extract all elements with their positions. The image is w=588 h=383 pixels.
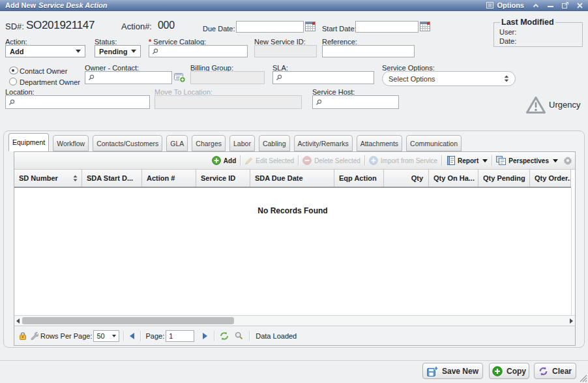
- tab-cabling[interactable]: Cabling: [259, 135, 290, 151]
- status-select[interactable]: Pending: [95, 45, 141, 57]
- action-select[interactable]: Add: [5, 45, 85, 57]
- add-button[interactable]: Add: [210, 156, 238, 165]
- service-options-select[interactable]: Select Options: [382, 71, 516, 86]
- department-owner-radio-label: Department Owner: [20, 78, 80, 86]
- location-input[interactable]: [5, 95, 150, 109]
- save-new-button[interactable]: Save New: [422, 363, 483, 379]
- rows-per-page-label: Rows Per Page:: [40, 332, 92, 340]
- tab-contacts-customers[interactable]: Contacts/Customers: [93, 135, 162, 151]
- search-records-icon[interactable]: [235, 331, 243, 340]
- grid-header-row: SD NumberSDA Start D...Action #Service I…: [14, 170, 571, 188]
- close-icon[interactable]: [577, 3, 583, 8]
- page-number-input[interactable]: 1: [166, 330, 194, 342]
- contact-owner-radio[interactable]: [9, 67, 18, 74]
- tab-labor[interactable]: Labor: [229, 135, 255, 151]
- minimize-icon[interactable]: [548, 3, 553, 8]
- toolbar-separator: [298, 155, 299, 166]
- service-host-input[interactable]: [312, 95, 399, 109]
- scroll-left-icon[interactable]: [16, 318, 20, 324]
- resize-grip[interactable]: [578, 373, 587, 382]
- tab-gla[interactable]: GLA: [166, 135, 188, 151]
- previous-page-icon[interactable]: [130, 333, 134, 339]
- column-header-sda-due-date[interactable]: SDA Due Date: [250, 170, 334, 187]
- add-icon: [212, 156, 221, 165]
- wrench-icon[interactable]: [30, 331, 38, 340]
- chevron-down-icon: [131, 50, 136, 53]
- tab-attachments[interactable]: Attachments: [357, 135, 402, 151]
- collapse-icon[interactable]: [533, 3, 539, 8]
- billing-group-input: [190, 71, 265, 84]
- due-date-calendar-icon[interactable]: [305, 22, 316, 31]
- edit-selected-button[interactable]: Edit Selected: [243, 157, 296, 165]
- column-header-qty-order[interactable]: Qty Order...: [530, 170, 571, 187]
- vertical-scrollbar[interactable]: [571, 188, 575, 315]
- delete-selected-button[interactable]: Delete Selected: [301, 156, 362, 165]
- pager-status-text: Data Loaded: [256, 332, 297, 340]
- start-date-calendar-icon[interactable]: [420, 22, 430, 31]
- tab-charges[interactable]: Charges: [192, 135, 226, 151]
- search-icon: [8, 99, 15, 106]
- add-contact-icon[interactable]: [174, 72, 186, 83]
- window-title: Add NewService Desk Action: [5, 1, 107, 9]
- grid-settings-gear-icon[interactable]: [563, 156, 572, 165]
- tab-workflow[interactable]: Workflow: [53, 135, 89, 151]
- action-number-value: 000: [158, 20, 175, 31]
- refresh-icon[interactable]: [220, 331, 229, 341]
- column-header-qty-on-ha[interactable]: Qty On Ha...: [429, 170, 478, 187]
- column-header-qty-pending[interactable]: Qty Pending: [478, 170, 530, 187]
- urgency-label: Urgency: [549, 100, 580, 110]
- options-menu-icon: [486, 2, 493, 8]
- scroll-right-icon[interactable]: [570, 318, 573, 324]
- toolbar-separator: [240, 155, 241, 166]
- titlebar-controls: Options: [486, 1, 583, 9]
- new-service-id-input: [254, 45, 317, 57]
- next-page-icon[interactable]: [203, 333, 207, 339]
- tab-communication[interactable]: Communication: [406, 135, 462, 151]
- contact-owner-radio-label: Contact Owner: [20, 67, 67, 75]
- tab-activity-remarks[interactable]: Activity/Remarks: [294, 135, 353, 151]
- due-date-label: Due Date:: [203, 25, 235, 33]
- import-from-service-button[interactable]: Import from Service: [367, 156, 439, 165]
- column-header-sda-start-d[interactable]: SDA Start D...: [82, 170, 142, 187]
- perspectives-button[interactable]: Perspectives: [494, 156, 560, 165]
- last-modified-fieldset: Last Modified User: Date:: [493, 18, 583, 47]
- column-header-qty[interactable]: Qty: [384, 170, 429, 187]
- service-catalog-input[interactable]: [149, 45, 248, 57]
- horizontal-scrollbar-thumb[interactable]: [22, 317, 234, 324]
- rows-per-page-select[interactable]: 50: [93, 330, 119, 342]
- clear-button[interactable]: Clear: [534, 363, 576, 379]
- copy-icon: [492, 366, 503, 376]
- popout-icon[interactable]: [562, 2, 568, 8]
- tab-strip: EquipmentWorkflowContacts/CustomersGLACh…: [8, 133, 462, 151]
- stepper-icon: [504, 75, 509, 82]
- chevron-down-icon: [112, 335, 116, 337]
- department-owner-radio[interactable]: [9, 78, 17, 85]
- column-header-sd-number[interactable]: SD Number: [14, 170, 82, 187]
- column-header-service-id[interactable]: Service ID: [196, 170, 250, 187]
- grid-pager: Rows Per Page: 50 Page: 1 Data Loaded: [14, 326, 575, 345]
- column-header-action[interactable]: Action #: [142, 170, 196, 187]
- edit-pencil-icon: [244, 157, 253, 165]
- owner-contact-input[interactable]: [85, 71, 172, 84]
- copy-button[interactable]: Copy: [489, 363, 529, 379]
- options-button[interactable]: Options: [486, 1, 524, 9]
- column-header-eqp-action[interactable]: Eqp Action: [334, 170, 384, 187]
- tab-equipment[interactable]: Equipment: [8, 133, 49, 151]
- action-number-label: Action#:: [121, 22, 152, 31]
- urgency-warning-icon[interactable]: [525, 96, 546, 114]
- report-icon: [446, 156, 455, 165]
- save-new-icon: [427, 366, 438, 376]
- due-date-input[interactable]: [236, 21, 304, 33]
- horizontal-scrollbar[interactable]: [14, 315, 575, 326]
- pager-separator: [249, 331, 250, 341]
- toolbar-separator: [441, 155, 442, 166]
- page-label: Page:: [145, 332, 164, 340]
- search-icon: [276, 74, 282, 81]
- sla-input[interactable]: [272, 71, 374, 84]
- lock-icon[interactable]: [19, 331, 27, 340]
- sort-icon[interactable]: [73, 175, 78, 183]
- report-button[interactable]: Report: [444, 156, 490, 165]
- reference-input[interactable]: [322, 45, 415, 57]
- start-date-input[interactable]: [355, 21, 419, 33]
- toolbar-separator: [492, 155, 492, 166]
